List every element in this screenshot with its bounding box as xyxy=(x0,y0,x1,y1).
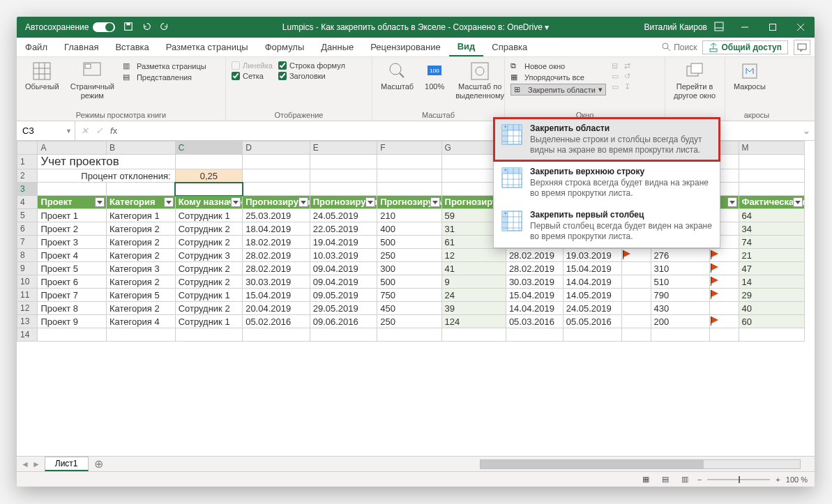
tab-prev-icon[interactable]: ◄ xyxy=(21,459,29,469)
tab-insert[interactable]: Вставка xyxy=(107,38,157,56)
switch-windows-button[interactable]: Перейти в другое окно xyxy=(671,60,718,102)
col-e[interactable]: E xyxy=(310,142,377,155)
new-window-button[interactable]: ⧉Новое окно xyxy=(510,61,606,70)
accept-icon[interactable]: ✓ xyxy=(96,125,103,136)
tab-help[interactable]: Справка xyxy=(483,38,536,56)
zoom-slider[interactable] xyxy=(707,479,770,480)
row-5[interactable]: 5 xyxy=(17,209,38,222)
select-all-corner[interactable] xyxy=(17,142,38,155)
filter-icon[interactable] xyxy=(231,197,241,207)
tab-home[interactable]: Главная xyxy=(56,38,107,56)
row-2[interactable]: 2 xyxy=(17,169,38,183)
new-sheet-button[interactable]: ⊕ xyxy=(89,457,109,471)
filter-icon[interactable] xyxy=(430,197,440,207)
freeze-first-col-item[interactable]: * Закрепить первый столбецПервый столбец… xyxy=(494,204,720,247)
row-13[interactable]: 13 xyxy=(17,315,38,328)
pagebreak-view-icon[interactable]: ▥ xyxy=(678,474,692,485)
custom-views-button[interactable]: ▤Представления xyxy=(123,72,206,82)
normal-view-button[interactable]: Обычный xyxy=(22,60,62,93)
filter-icon[interactable] xyxy=(298,197,308,207)
split-icon[interactable]: ⊟ xyxy=(612,61,619,70)
filter-icon[interactable] xyxy=(727,197,737,207)
normal-view-icon[interactable]: ▦ xyxy=(639,474,653,485)
search-box[interactable]: Поиск xyxy=(662,43,697,52)
redo-icon[interactable] xyxy=(160,22,169,33)
table-row[interactable]: 9 Проект 5Категория 3Сотрудник 228.02.20… xyxy=(17,262,805,275)
col-c[interactable]: C xyxy=(175,142,243,155)
tab-view[interactable]: Вид xyxy=(449,38,484,56)
cell-c2[interactable]: 0,25 xyxy=(175,169,243,183)
table-row[interactable]: 12 Проект 8Категория 2Сотрудник 220.04.2… xyxy=(17,302,805,315)
header-assignee[interactable]: Кому назначен xyxy=(175,196,243,209)
page-layout-button[interactable]: ▥Разметка страницы xyxy=(123,61,206,70)
col-f[interactable]: F xyxy=(377,142,441,155)
filter-icon[interactable] xyxy=(164,197,174,207)
tab-data[interactable]: Данные xyxy=(312,38,362,56)
pos-icon[interactable]: ↧ xyxy=(624,82,630,91)
row-1[interactable]: 1 xyxy=(17,155,38,169)
tab-formulas[interactable]: Формулы xyxy=(257,38,313,56)
close-button[interactable] xyxy=(787,17,815,38)
header-plan-hours[interactable]: Прогнозируемые трудозатраты (в часах) xyxy=(377,196,441,209)
filter-icon[interactable] xyxy=(365,197,375,207)
expand-formula-icon[interactable]: ⌄ xyxy=(799,125,815,136)
col-b[interactable]: B xyxy=(107,142,176,155)
header-category[interactable]: Категория xyxy=(107,196,176,209)
zoom-100-button[interactable]: 100 100% xyxy=(422,60,447,93)
col-a[interactable]: A xyxy=(38,142,107,155)
maximize-button[interactable] xyxy=(759,17,787,38)
headings-checkbox[interactable]: Заголовки xyxy=(278,72,345,80)
header-plan-start[interactable]: Прогнозируемый запуск xyxy=(243,196,310,209)
header-plan-end[interactable]: Прогнозируемое завершение xyxy=(310,196,377,209)
table-row[interactable]: 13 Проект 9Категория 4Сотрудник 105.02.2… xyxy=(17,315,805,328)
freeze-top-row-item[interactable]: * Закрепить верхнюю строкуВерхняя строка… xyxy=(494,161,720,204)
cell-c3[interactable] xyxy=(175,183,243,196)
row-3[interactable]: 3 xyxy=(17,183,38,196)
row-7[interactable]: 7 xyxy=(17,236,38,249)
header-project[interactable]: Проект xyxy=(38,196,107,209)
zoom-in-icon[interactable]: + xyxy=(776,475,780,484)
zoom-out-icon[interactable]: − xyxy=(697,475,702,484)
zoom-value[interactable]: 100 % xyxy=(786,475,808,484)
row-8[interactable]: 8 xyxy=(17,249,38,262)
freeze-panes-item[interactable]: * Закрепить областиВыделенные строки и с… xyxy=(494,118,720,161)
row-11[interactable]: 11 xyxy=(17,289,38,302)
gridlines-checkbox[interactable]: Сетка xyxy=(232,72,273,80)
filter-icon[interactable] xyxy=(95,197,105,207)
save-icon[interactable] xyxy=(123,22,133,33)
cell-a1[interactable]: Учет проектов xyxy=(38,155,175,169)
comments-button[interactable] xyxy=(794,40,810,55)
fx-icon[interactable]: fx xyxy=(110,125,117,136)
ribbon-options-icon[interactable] xyxy=(714,22,724,33)
tab-layout[interactable]: Разметка страницы xyxy=(158,38,257,56)
table-row[interactable]: 8 Проект 4Категория 2Сотрудник 328.02.20… xyxy=(17,249,805,262)
row-4[interactable]: 4 xyxy=(17,196,38,209)
row-10[interactable]: 10 xyxy=(17,275,38,289)
arrange-button[interactable]: ▦Упорядочить все xyxy=(510,72,606,82)
row-6[interactable]: 6 xyxy=(17,222,38,236)
row-12[interactable]: 12 xyxy=(17,302,38,315)
cancel-icon[interactable]: ✕ xyxy=(81,125,89,136)
tab-file[interactable]: Файл xyxy=(17,38,56,56)
table-row[interactable]: 10 Проект 6Категория 2Сотрудник 230.03.2… xyxy=(17,275,805,289)
row-9[interactable]: 9 xyxy=(17,262,38,275)
tab-next-icon[interactable]: ► xyxy=(32,459,40,469)
unhide-icon[interactable]: ▭ xyxy=(612,82,619,91)
filter-icon[interactable] xyxy=(793,197,803,207)
chevron-down-icon[interactable]: ▼ xyxy=(66,128,72,135)
macros-button[interactable]: Макросы xyxy=(731,60,769,93)
freeze-panes-button[interactable]: ⊞Закрепить области ▾ xyxy=(510,84,606,96)
col-m[interactable]: M xyxy=(739,142,804,155)
horizontal-scrollbar[interactable] xyxy=(480,459,801,469)
minimize-button[interactable] xyxy=(731,17,759,38)
sync-icon[interactable]: ⇄ xyxy=(624,61,630,70)
autosave-toggle[interactable] xyxy=(93,22,115,32)
undo-icon[interactable] xyxy=(142,22,151,33)
user-name[interactable]: Виталий Каиров xyxy=(644,22,707,32)
table-row[interactable]: 11 Проект 7Категория 5Сотрудник 115.04.2… xyxy=(17,289,805,302)
sheet-tab[interactable]: Лист1 xyxy=(45,457,89,471)
share-button[interactable]: Общий доступ xyxy=(702,40,788,54)
zoom-selection-button[interactable]: Масштаб по выделенному xyxy=(453,60,507,102)
row-14[interactable]: 14 xyxy=(17,328,38,342)
page-break-view-button[interactable]: Страничный режим xyxy=(68,60,117,102)
